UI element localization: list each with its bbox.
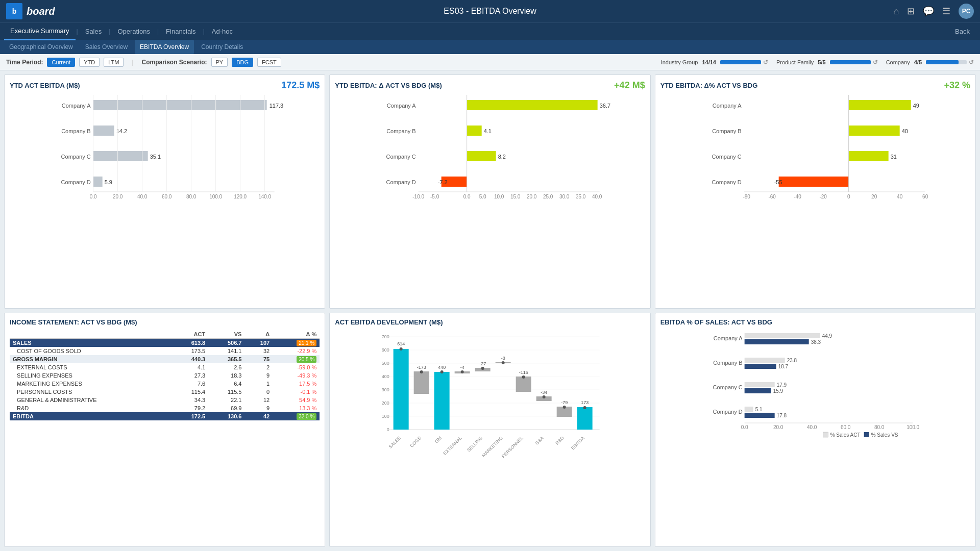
row-sell: SELLING EXPENSES 27.3 18.3 9 -49.3 % <box>10 371 320 380</box>
panel-income-statement: Income Statement: ACT VS BDG (M$) ACT VS… <box>4 313 325 547</box>
svg-text:-79: -79 <box>561 400 568 405</box>
row-sales: SALES 613.8 506.7 107 21.1 % <box>10 339 320 347</box>
nav-adhoc[interactable]: Ad-hoc <box>206 23 239 40</box>
row-mkt-label: MARKETING EXPENSES <box>10 380 172 388</box>
nav-operations[interactable]: Operations <box>111 23 156 40</box>
svg-text:Company D: Company D <box>712 179 741 185</box>
product-refresh-icon[interactable]: ↺ <box>873 59 878 66</box>
row-rd-pct: 13.3 % <box>273 404 320 412</box>
svg-rect-135 <box>744 339 808 344</box>
row-ga: GENERAL & ADMINISTRATIVE 34.3 22.1 12 54… <box>10 396 320 404</box>
svg-text:-173: -173 <box>417 365 426 370</box>
panel1-chart: Company A 117.3 Company B 14.2 Company C… <box>10 95 320 303</box>
svg-rect-140 <box>744 364 776 369</box>
svg-text:R&D: R&D <box>555 435 566 446</box>
filter-py[interactable]: PY <box>211 58 228 67</box>
svg-text:4.1: 4.1 <box>484 128 492 134</box>
svg-text:Company C: Company C <box>712 154 741 160</box>
filter-ytd[interactable]: YTD <box>79 58 100 67</box>
filter-fcst[interactable]: FCST <box>257 58 281 67</box>
svg-text:5.9: 5.9 <box>105 179 112 185</box>
svg-text:44.9: 44.9 <box>822 333 832 339</box>
svg-rect-4 <box>93 126 114 136</box>
svg-rect-110 <box>516 377 531 392</box>
top-bar: b board ES03 - EBITDA Overview ⌂ ⊞ 💬 ☰ P… <box>0 0 980 22</box>
subnav-country[interactable]: Country Details <box>196 40 248 54</box>
svg-text:35.1: 35.1 <box>150 154 161 160</box>
panel-ytd-act-ebitda: YTD ACT EBITDA (M$) 172.5 M$ Company A 1… <box>4 74 325 309</box>
row-ga-delta: 12 <box>244 396 273 404</box>
panel1-total: 172.5 M$ <box>281 80 320 91</box>
nav-executive-summary[interactable]: Executive Summary <box>4 23 76 40</box>
row-mkt-delta: 1 <box>244 380 273 388</box>
nav-financials[interactable]: Financials <box>160 23 202 40</box>
nav-sales[interactable]: Sales <box>79 23 108 40</box>
svg-rect-33 <box>467 126 482 136</box>
subnav-geographical[interactable]: Geographical Overview <box>4 40 78 54</box>
svg-text:60.0: 60.0 <box>162 194 172 199</box>
svg-point-94 <box>400 347 403 350</box>
svg-text:Company C: Company C <box>713 384 742 390</box>
row-rd-vs: 69.9 <box>208 404 244 412</box>
grid-icon[interactable]: ⊞ <box>907 6 915 17</box>
sub-nav: Geographical Overview Sales Overview EBI… <box>0 40 980 54</box>
row-ebitda-label: EBITDA <box>10 412 172 420</box>
svg-text:0: 0 <box>387 427 389 432</box>
panel1-svg: Company A 117.3 Company B 14.2 Company C… <box>10 95 320 207</box>
filter-ltm[interactable]: LTM <box>104 58 124 67</box>
filter-current[interactable]: Current <box>47 58 75 67</box>
svg-text:Company B: Company B <box>387 128 416 134</box>
subnav-sales[interactable]: Sales Overview <box>80 40 133 54</box>
svg-rect-119 <box>577 407 593 430</box>
row-rd: R&D 79.2 69.9 9 13.3 % <box>10 404 320 412</box>
page-title: ES03 - EBITDA Overview <box>444 7 536 16</box>
row-ebitda-delta: 42 <box>244 412 273 420</box>
svg-text:Company A: Company A <box>713 335 743 341</box>
panel-ytd-delta-abs: YTD EBITDA: Δ ACT VS BDG (M$) +42 M$ Com… <box>329 74 650 309</box>
svg-text:Company D: Company D <box>61 179 91 185</box>
row-cogs-label: COST OF GOODS SOLD <box>10 347 172 355</box>
row-sell-act: 27.3 <box>172 371 208 380</box>
row-cogs-delta: 32 <box>244 347 273 355</box>
chat-icon[interactable]: 💬 <box>923 6 934 17</box>
col-vs: VS <box>208 330 244 339</box>
row-gm-act: 440.3 <box>172 355 208 363</box>
industry-refresh-icon[interactable]: ↺ <box>763 59 768 66</box>
svg-text:-34: -34 <box>541 390 547 395</box>
svg-text:Company D: Company D <box>386 179 416 185</box>
svg-text:36.7: 36.7 <box>600 103 610 109</box>
svg-text:300: 300 <box>382 387 389 392</box>
row-mkt-pct: 17.5 % <box>273 380 320 388</box>
svg-text:COGS: COGS <box>409 435 423 448</box>
svg-text:G&A: G&A <box>534 435 545 446</box>
svg-point-112 <box>522 375 525 379</box>
user-avatar[interactable]: PC <box>959 4 974 19</box>
svg-text:30.0: 30.0 <box>559 194 570 199</box>
time-period-label: Time Period: <box>6 59 43 66</box>
svg-text:40: 40 <box>901 128 908 134</box>
svg-point-118 <box>563 406 566 409</box>
comparison-label: Comparison Scenario: <box>141 59 207 66</box>
panel6-svg: Company A 44.9 38.3 Company B 23.8 18.7 … <box>660 330 970 437</box>
subnav-ebitda[interactable]: EBITDA Overview <box>135 40 194 54</box>
svg-text:-40: -40 <box>794 194 801 199</box>
back-button[interactable]: Back <box>949 28 976 35</box>
menu-icon[interactable]: ☰ <box>942 6 950 17</box>
svg-text:0.0: 0.0 <box>90 194 97 199</box>
home-icon[interactable]: ⌂ <box>893 6 899 17</box>
panel2-chart: Company A 36.7 Company B 4.1 Company C 8… <box>335 95 645 303</box>
svg-text:-5.0: -5.0 <box>430 194 439 199</box>
svg-text:Company A: Company A <box>712 103 742 109</box>
svg-text:60.0: 60.0 <box>841 424 851 430</box>
panel-ebitda-pct: EBITDA % of Sales: ACT VS BDG Company A … <box>655 313 976 547</box>
svg-text:38.3: 38.3 <box>811 339 821 345</box>
col-delta: Δ <box>244 330 273 339</box>
row-gm-label: GROSS MARGIN <box>10 355 172 363</box>
company-refresh-icon[interactable]: ↺ <box>969 59 974 66</box>
svg-text:100.0: 100.0 <box>209 194 222 199</box>
row-sales-pct: 21.1 % <box>273 339 320 347</box>
svg-text:35.0: 35.0 <box>576 194 586 199</box>
svg-rect-61 <box>848 151 888 161</box>
filter-bdg[interactable]: BDG <box>232 58 253 67</box>
panel6-title: EBITDA % of Sales: ACT VS BDG <box>660 318 772 326</box>
